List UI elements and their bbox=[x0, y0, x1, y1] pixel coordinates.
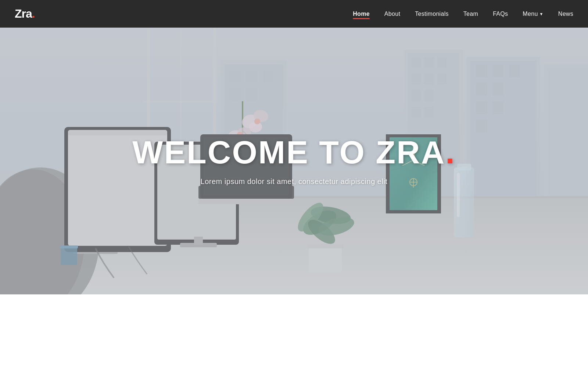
hero-content: WELCOME TO ZRA. Lorem ipsum dolor sit am… bbox=[132, 136, 455, 186]
nav-link-news[interactable]: News bbox=[558, 11, 573, 17]
brand-logo[interactable]: Zra. bbox=[15, 7, 35, 21]
nav-link-faqs[interactable]: FAQs bbox=[493, 11, 508, 17]
navbar: Zra. Home About Testimonials Team FAQs M… bbox=[0, 0, 588, 28]
nav-item-news[interactable]: News bbox=[558, 11, 573, 17]
nav-link-testimonials[interactable]: Testimonials bbox=[415, 11, 449, 17]
hero-title: WELCOME TO ZRA. bbox=[132, 136, 455, 169]
nav-item-testimonials[interactable]: Testimonials bbox=[415, 11, 449, 17]
nav-item-menu[interactable]: Menu ▼ bbox=[523, 11, 543, 17]
hero-section: WELCOME TO ZRA. Lorem ipsum dolor sit am… bbox=[0, 28, 588, 294]
nav-menu: Home About Testimonials Team FAQs Menu ▼… bbox=[353, 11, 573, 17]
nav-link-about[interactable]: About bbox=[384, 11, 400, 17]
hero-title-dot: . bbox=[445, 134, 455, 170]
brand-name: Zra bbox=[15, 7, 32, 20]
nav-item-faqs[interactable]: FAQs bbox=[493, 11, 508, 17]
nav-item-home[interactable]: Home bbox=[353, 11, 370, 17]
nav-item-about[interactable]: About bbox=[384, 11, 400, 17]
hero-subtitle: Lorem ipsum dolor sit amet, consectetur … bbox=[132, 177, 455, 186]
nav-link-team[interactable]: Team bbox=[463, 11, 478, 17]
nav-link-menu[interactable]: Menu ▼ bbox=[523, 11, 543, 17]
brand-dot: . bbox=[32, 7, 35, 20]
nav-link-home[interactable]: Home bbox=[353, 11, 370, 17]
hero-title-text: WELCOME TO ZRA bbox=[132, 134, 445, 170]
nav-item-team[interactable]: Team bbox=[463, 11, 478, 17]
chevron-down-icon: ▼ bbox=[539, 12, 544, 16]
